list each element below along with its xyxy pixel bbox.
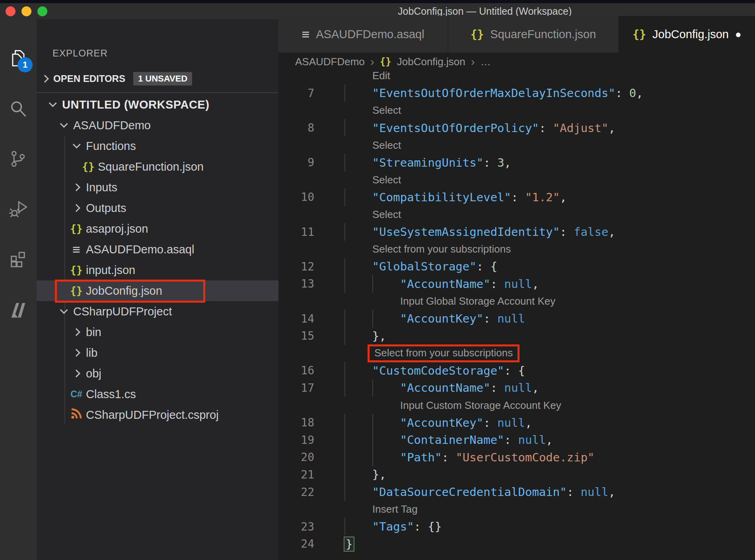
codelens-link-edit[interactable]: Edit bbox=[372, 71, 390, 82]
json-braces-icon: {} bbox=[70, 264, 82, 276]
chevron-right-icon[interactable] bbox=[72, 369, 80, 377]
token-k: "AccountKey" bbox=[400, 312, 484, 325]
code-text: "Path": "UserCustomCode.zip" bbox=[344, 451, 595, 464]
token-k: "UseSystemAssignedIdentity" bbox=[372, 225, 560, 239]
code-text: } bbox=[344, 537, 354, 551]
codelens-link-insert-tag[interactable]: Insert Tag bbox=[372, 503, 418, 515]
token-p: : bbox=[483, 312, 497, 325]
zoom-button[interactable] bbox=[37, 6, 47, 16]
tree-item-class1-cs[interactable]: C#Class1.cs bbox=[37, 384, 278, 404]
indent-guide bbox=[344, 518, 345, 535]
token-p: : bbox=[539, 121, 553, 135]
tree-item-icon-slot bbox=[67, 205, 86, 211]
token-pl bbox=[344, 121, 372, 135]
source-control-icon[interactable] bbox=[7, 148, 29, 170]
chevron-right-icon[interactable] bbox=[72, 183, 80, 191]
tree-item-obj[interactable]: obj bbox=[37, 363, 278, 384]
line-number: 15 bbox=[278, 329, 314, 342]
codelens-row: Select from your subscriptions bbox=[278, 345, 755, 362]
line-number: 11 bbox=[278, 226, 314, 239]
breadcrumb-item-[interactable]: … bbox=[481, 56, 491, 68]
list-file-icon: ≡ bbox=[302, 27, 309, 41]
minimize-button[interactable] bbox=[21, 6, 31, 16]
editor-tabs: ≡ASAUDFDemo.asaql{}SquareFunction.json{}… bbox=[278, 16, 755, 52]
token-pl bbox=[344, 225, 372, 239]
tree-item-csharpudfproject-csproj[interactable]: CSharpUDFProject.csproj bbox=[37, 404, 278, 425]
chevron-down-icon[interactable] bbox=[49, 99, 57, 107]
codelens-link-select-from-your-subscriptions[interactable]: Select from your subscriptions bbox=[372, 243, 511, 255]
chevron-right-icon bbox=[41, 75, 49, 83]
tree-item-input-json[interactable]: {}input.json bbox=[37, 260, 278, 280]
extensions-icon[interactable] bbox=[7, 248, 29, 270]
codelens-link-input-global-storage-account-key[interactable]: Input Global Storage Account Key bbox=[400, 295, 555, 307]
code-line-19: 19 "ContainerName": null, bbox=[278, 431, 755, 449]
tree-item-jobconfig-json[interactable]: {}JobConfig.json bbox=[37, 280, 278, 301]
code-text: "CustomCodeStorage": { bbox=[344, 364, 525, 377]
tab-label: ASAUDFDemo.asaql bbox=[316, 28, 424, 41]
codelens-link-select[interactable]: Select bbox=[372, 139, 401, 152]
token-p: , bbox=[525, 416, 532, 430]
tree-item-bin[interactable]: bin bbox=[37, 322, 278, 342]
indent-guide bbox=[344, 483, 345, 501]
breadcrumb-separator-icon: › bbox=[471, 55, 475, 68]
open-editors-label: OPEN EDITORS bbox=[53, 73, 125, 84]
code-editor[interactable]: Edit7 "EventsOutOfOrderMaxDelayInSeconds… bbox=[278, 71, 755, 560]
run-debug-icon[interactable] bbox=[7, 198, 29, 220]
tree-item-lib[interactable]: lib bbox=[37, 342, 278, 363]
tree-item-label: ASAUDFDemo bbox=[73, 119, 151, 132]
codelens-link-select[interactable]: Select bbox=[372, 104, 401, 117]
tree-item-inputs[interactable]: Inputs bbox=[37, 177, 278, 198]
line-number: 13 bbox=[278, 277, 314, 290]
code-line-14: 14 "AccountKey": null bbox=[278, 310, 755, 327]
chevron-down-icon[interactable] bbox=[73, 141, 81, 149]
breadcrumb[interactable]: ASAUDFDemo›{}JobConfig.json›… bbox=[278, 52, 755, 71]
indent-guide bbox=[372, 310, 373, 327]
tree-item-csharpudfproject[interactable]: CSharpUDFProject bbox=[37, 301, 278, 322]
indent-guide bbox=[344, 431, 345, 449]
window-controls bbox=[6, 6, 47, 16]
code-line-8: 8 "EventsOutOfOrderPolicy": "Adjust", bbox=[278, 119, 755, 137]
tree-item-asaudfdemo[interactable]: ASAUDFDemo bbox=[37, 115, 278, 136]
line-content: Select from your subscriptions bbox=[314, 345, 755, 362]
tree-item-outputs[interactable]: Outputs bbox=[37, 198, 278, 218]
token-k: "CustomCodeStorage" bbox=[372, 364, 504, 377]
tab-jobconfig-json[interactable]: {}JobConfig.json● bbox=[619, 16, 755, 52]
tab-asaudfdemo-asaql[interactable]: ≡ASAUDFDemo.asaql bbox=[278, 16, 448, 52]
token-pl bbox=[344, 260, 372, 273]
line-content: Input Global Storage Account Key bbox=[314, 293, 755, 310]
breadcrumb-item-jobconfig-json[interactable]: JobConfig.json bbox=[397, 56, 465, 68]
tab-squarefunction-json[interactable]: {}SquareFunction.json bbox=[448, 16, 619, 52]
line-number: 23 bbox=[278, 520, 314, 533]
token-pl bbox=[344, 520, 372, 533]
token-p: : bbox=[511, 191, 525, 204]
tree-item-untitled-workspace[interactable]: UNTITLED (WORKSPACE) bbox=[37, 94, 278, 115]
open-editors-header[interactable]: OPEN EDITORS 1 UNSAVED bbox=[37, 68, 278, 89]
explorer-icon[interactable]: 1 bbox=[7, 48, 29, 70]
codelens-link-input-custom-storage-account-key[interactable]: Input Custom Storage Account Key bbox=[400, 399, 561, 412]
codelens-link-select-from-your-subscriptions[interactable]: Select from your subscriptions bbox=[374, 347, 513, 359]
file-tree: UNTITLED (WORKSPACE)ASAUDFDemoFunctions{… bbox=[37, 94, 278, 425]
chevron-right-icon[interactable] bbox=[72, 349, 80, 357]
azure-icon[interactable] bbox=[7, 298, 29, 321]
tree-item-asaudfdemo-asaql[interactable]: ≡ASAUDFDemo.asaql bbox=[37, 239, 278, 260]
line-content: }, bbox=[314, 466, 755, 484]
tree-item-icon-slot bbox=[67, 371, 86, 376]
code-line-11: 11 "UseSystemAssignedIdentity": false, bbox=[278, 223, 755, 241]
codelens-link-select[interactable]: Select bbox=[372, 208, 401, 221]
codelens-link-select[interactable]: Select bbox=[372, 174, 401, 186]
breadcrumb-item-asaudfdemo[interactable]: ASAUDFDemo bbox=[295, 56, 365, 68]
line-number: 22 bbox=[278, 486, 314, 499]
search-icon[interactable] bbox=[7, 98, 29, 120]
token-p: : {} bbox=[414, 520, 442, 533]
unsaved-dot-icon[interactable]: ● bbox=[735, 29, 741, 39]
chevron-down-icon[interactable] bbox=[60, 120, 68, 128]
tree-item-functions[interactable]: Functions bbox=[37, 136, 278, 156]
token-pl bbox=[344, 86, 372, 100]
close-button[interactable] bbox=[6, 6, 16, 16]
chevron-right-icon[interactable] bbox=[72, 204, 80, 212]
line-content: "CompatibilityLevel": "1.2", bbox=[314, 189, 755, 206]
chevron-right-icon[interactable] bbox=[72, 328, 80, 336]
tree-item-squarefunction-json[interactable]: {}SquareFunction.json bbox=[37, 156, 278, 177]
tree-item-asaproj-json[interactable]: {}asaproj.json bbox=[37, 218, 278, 239]
chevron-down-icon[interactable] bbox=[60, 306, 68, 314]
